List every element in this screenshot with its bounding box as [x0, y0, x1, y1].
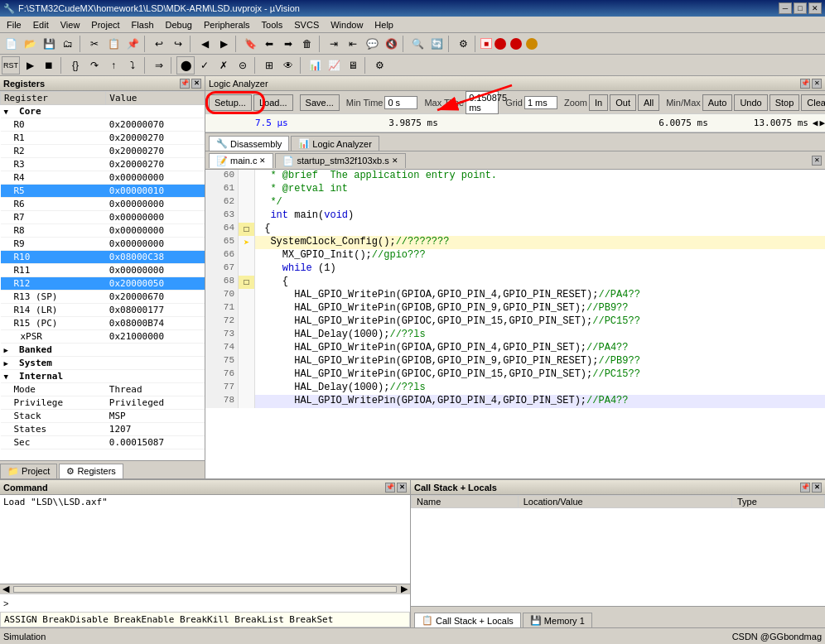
- configure2-btn[interactable]: ⚙: [370, 56, 388, 74]
- stop-btn[interactable]: Stop: [770, 94, 800, 111]
- auto-btn[interactable]: Auto: [702, 94, 733, 111]
- code-line-63: 63 int main(void): [205, 209, 825, 223]
- run-to-btn[interactable]: ⤵: [123, 56, 142, 74]
- menu-flash[interactable]: Flash: [127, 18, 159, 31]
- command-pin-btn[interactable]: 📌: [385, 483, 395, 493]
- bookmark-btn[interactable]: 🔖: [241, 35, 259, 53]
- tab-project[interactable]: 📁 Project: [0, 464, 57, 478]
- close-button[interactable]: ✕: [808, 2, 822, 14]
- watch-btn[interactable]: 👁: [279, 56, 297, 74]
- internal-expand-icon[interactable]: ▼: [4, 372, 14, 381]
- command-close-btn[interactable]: ✕: [397, 483, 407, 493]
- minimize-button[interactable]: ─: [779, 2, 792, 14]
- zoom-all-btn[interactable]: All: [638, 94, 659, 111]
- close-main-c[interactable]: ✕: [259, 156, 266, 165]
- cs-close-btn[interactable]: ✕: [812, 483, 822, 493]
- step-over-btn[interactable]: ↷: [85, 56, 104, 74]
- replace-btn[interactable]: 🔄: [427, 35, 446, 53]
- file-tab-main-c[interactable]: 📝 main.c ✕: [209, 153, 273, 168]
- scroll-right-btn[interactable]: ▶: [819, 118, 825, 128]
- redo-btn[interactable]: ↪: [169, 35, 187, 53]
- scroll-left-btn[interactable]: ◀: [813, 118, 818, 128]
- close-startup[interactable]: ✕: [392, 156, 398, 165]
- cut-btn[interactable]: ✂: [85, 35, 104, 53]
- tab-registers[interactable]: ⚙ Registers: [59, 464, 123, 478]
- status-right: CSDN @GGbondmag: [732, 632, 822, 642]
- la-toolbar: Setup... Load... Save... Min Time 0 s Ma…: [205, 91, 825, 114]
- step-btn[interactable]: {}: [66, 56, 84, 74]
- menu-window[interactable]: Window: [326, 18, 368, 31]
- scrollbar-track[interactable]: [13, 586, 397, 593]
- stop-btn[interactable]: ⏹: [40, 56, 58, 74]
- windows-btn[interactable]: ⊞: [260, 56, 278, 74]
- disable-all-bp-btn[interactable]: ✗: [215, 56, 233, 74]
- copy-btn[interactable]: 📋: [104, 35, 123, 53]
- cmd-scrollbar[interactable]: ◀ ▶: [0, 584, 410, 594]
- menu-help[interactable]: Help: [369, 18, 398, 31]
- menu-svcs[interactable]: SVCS: [289, 18, 324, 31]
- zoom-in-btn[interactable]: In: [589, 94, 608, 111]
- menu-file[interactable]: File: [2, 18, 27, 31]
- clear-all-bp-btn[interactable]: ⊝: [234, 56, 252, 74]
- rst-btn[interactable]: RST: [2, 56, 20, 74]
- registers-close-btn[interactable]: ✕: [191, 79, 201, 89]
- undo-btn[interactable]: Undo: [734, 94, 767, 111]
- save-btn[interactable]: 💾: [40, 35, 58, 53]
- menu-project[interactable]: Project: [86, 18, 124, 31]
- load-button[interactable]: Load...: [253, 94, 293, 111]
- paste-btn[interactable]: 📌: [123, 35, 142, 53]
- uncomment-btn[interactable]: 🔇: [382, 35, 400, 53]
- run-btn[interactable]: ▶: [21, 56, 39, 74]
- system-viewer-btn[interactable]: 🖥: [344, 56, 362, 74]
- system-expand-icon[interactable]: ▶: [4, 359, 14, 368]
- setup-button[interactable]: Setup...: [209, 94, 252, 111]
- banked-expand-icon[interactable]: ▶: [4, 346, 14, 354]
- tab-disassembly[interactable]: 🔧 Disassembly: [209, 136, 289, 151]
- perf-analyzer-btn[interactable]: 📊: [306, 56, 324, 74]
- open-file-btn[interactable]: 📂: [21, 35, 39, 53]
- save-button[interactable]: Save...: [300, 94, 340, 111]
- prev-bookmark-btn[interactable]: ⬅: [260, 35, 278, 53]
- tab-call-stack-locals[interactable]: 📋 Call Stack + Locals: [414, 613, 521, 627]
- maximize-button[interactable]: □: [794, 2, 807, 14]
- file-icon-startup: 📄: [282, 156, 294, 166]
- logic-analyzer-btn[interactable]: 📈: [325, 56, 343, 74]
- step-out-btn[interactable]: ↑: [104, 56, 123, 74]
- table-row: xPSR0x21000000: [1, 330, 205, 344]
- enable-bp-btn[interactable]: ✓: [195, 56, 214, 74]
- file-tab-startup[interactable]: 📄 startup_stm32f103xb.s ✕: [275, 153, 405, 168]
- back-btn[interactable]: ◀: [195, 35, 214, 53]
- la-close-btn[interactable]: ✕: [812, 79, 822, 89]
- tab-memory-1[interactable]: 💾 Memory 1: [523, 613, 592, 627]
- close-editor-btn[interactable]: ✕: [812, 156, 822, 166]
- menu-debug[interactable]: Debug: [161, 18, 197, 31]
- undo-btn[interactable]: ↩: [150, 35, 168, 53]
- bottom-section: Command 📌 ✕ Load "LSD\\LSD.axf" ◀ ▶ > AS…: [0, 478, 825, 627]
- forward-btn[interactable]: ▶: [215, 35, 233, 53]
- la-pin-btn[interactable]: 📌: [800, 79, 810, 89]
- clear-bookmark-btn[interactable]: 🗑: [298, 35, 316, 53]
- comment-btn[interactable]: 💬: [363, 35, 381, 53]
- command-input[interactable]: [10, 598, 408, 608]
- breakpoint-btn[interactable]: ⬤: [176, 56, 195, 74]
- menu-edit[interactable]: Edit: [28, 18, 54, 31]
- tab-logic-analyzer[interactable]: 📊 Logic Analyzer: [291, 136, 379, 151]
- unindent-btn[interactable]: ⇤: [344, 35, 362, 53]
- indent-btn[interactable]: ⇥: [325, 35, 343, 53]
- new-file-btn[interactable]: 📄: [2, 35, 20, 53]
- save-all-btn[interactable]: 🗂: [59, 35, 77, 53]
- show-next-btn[interactable]: ⇒: [150, 56, 168, 74]
- menu-view[interactable]: View: [55, 18, 85, 31]
- table-row: R90x00000000: [1, 238, 205, 251]
- cs-pin-btn[interactable]: 📌: [800, 483, 810, 493]
- find-btn[interactable]: 🔍: [408, 35, 427, 53]
- zoom-out-btn[interactable]: Out: [610, 94, 636, 111]
- stop-debug-btn[interactable]: ■: [480, 38, 492, 49]
- next-bookmark-btn[interactable]: ➡: [279, 35, 297, 53]
- core-expand-icon[interactable]: ▼: [4, 108, 14, 116]
- clear-btn[interactable]: Clear: [801, 94, 825, 111]
- registers-pin-btn[interactable]: 📌: [180, 79, 190, 89]
- configure-btn[interactable]: ⚙: [454, 35, 472, 53]
- menu-peripherals[interactable]: Peripherals: [199, 18, 255, 31]
- menu-tools[interactable]: Tools: [257, 18, 288, 31]
